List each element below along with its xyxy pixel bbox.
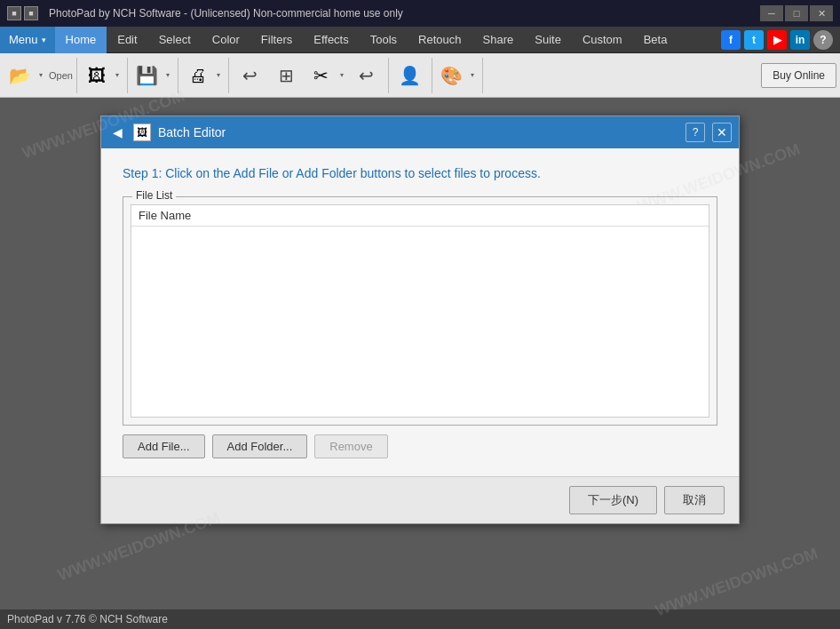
social-icons-area: f t ▶ in ? [721,30,840,50]
palette-main-button[interactable]: 🎨 [436,58,468,93]
menu-label: Menu [9,33,38,46]
app-icon-1: ■ [7,6,21,20]
add-file-button[interactable]: Add File... [123,434,205,458]
menu-dropdown-button[interactable]: Menu ▾ [0,27,55,53]
statusbar: PhotoPad v 7.76 © NCH Software [0,609,840,629]
crop-arrow-button[interactable]: ▾ [337,58,348,93]
app-title: PhotoPad by NCH Software - (Unlicensed) … [49,7,755,20]
tab-suite[interactable]: Suite [524,27,572,53]
maximize-button[interactable]: □ [785,5,808,21]
titlebar: ■ ■ PhotoPad by NCH Software - (Unlicens… [0,0,840,27]
rotate-icon: ↩ [242,67,258,84]
titlebar-app-icons: ■ ■ [7,6,38,20]
buy-online-button[interactable]: Buy Online [761,63,836,88]
stamp-button[interactable]: 👤 [392,58,428,93]
add-folder-button[interactable]: Add Folder... [212,434,308,458]
file-name-column-header: File Name [131,205,709,227]
tab-select[interactable]: Select [148,27,202,53]
dialog-header: ◀ 🖼 Batch Editor ? ✕ [101,116,739,148]
toolbar-palette-group: 🎨 ▾ [436,58,483,93]
tab-effects[interactable]: Effects [303,27,360,53]
facebook-icon[interactable]: f [721,30,741,50]
youtube-icon[interactable]: ▶ [767,30,787,50]
crop-button-split[interactable]: ✂ ▾ [305,58,348,93]
tab-filters[interactable]: Filters [250,27,303,53]
save-icon: 💾 [136,67,158,84]
tab-beta[interactable]: Beta [633,27,678,53]
dialog-back-button[interactable]: ◀ [108,123,126,141]
dialog-close-button[interactable]: ✕ [712,123,732,142]
crop-main-button[interactable]: ✂ [305,58,337,93]
tab-tools[interactable]: Tools [360,27,408,53]
toolbar-tools-group: 👤 [392,58,432,93]
rotate-button[interactable]: ↩ [233,58,268,93]
palette-arrow-button[interactable]: ▾ [468,58,479,93]
open-button-split[interactable]: 📂 ▾ [4,58,46,93]
action-buttons: Add File... Add Folder... Remove [123,434,717,458]
toolbar-print-group: 🖨 ▾ [182,58,229,93]
save-arrow-button[interactable]: ▾ [163,58,174,93]
dialog-title: Batch Editor [158,125,678,139]
linkedin-icon[interactable]: in [790,30,810,50]
open-main-button[interactable]: 📂 [4,58,36,93]
batch-editor-dialog: ◀ 🖼 Batch Editor ? ✕ Step 1: Click on th… [100,115,740,524]
watermark-4: WWW.WEIDOWN.COM [653,545,820,621]
save-main-button[interactable]: 💾 [131,58,163,93]
undo-button[interactable]: ↩ [349,58,384,93]
remove-button[interactable]: Remove [314,434,387,458]
library-icon: 🖼 [88,67,106,84]
app-icon-2: ■ [24,6,38,20]
tab-home[interactable]: Home [55,27,107,53]
file-list-table-area[interactable]: File Name [131,204,709,418]
library-arrow-button[interactable]: ▾ [113,58,123,93]
menubar: Menu ▾ Home Edit Select Color Filters Ef… [0,27,840,53]
toolbar-save-group: 💾 ▾ [131,58,178,93]
tab-retouch[interactable]: Retouch [408,27,472,53]
toolbar: 📂 ▾ Open 🖼 ▾ 💾 ▾ 🖨 ▾ ↩ [0,53,840,98]
dialog-body: Step 1: Click on the Add File or Add Fol… [101,148,739,476]
resize-button[interactable]: ⊞ [269,58,305,93]
undo-icon: ↩ [359,67,374,84]
tab-share[interactable]: Share [472,27,525,53]
tab-edit[interactable]: Edit [107,27,147,53]
next-button[interactable]: 下一步(N) [569,486,657,514]
open-folder-icon: 📂 [9,67,31,84]
dialog-footer: 下一步(N) 取消 [101,476,739,523]
palette-icon: 🎨 [440,67,463,84]
tab-color[interactable]: Color [202,27,250,53]
file-list-legend: File List [132,189,176,202]
minimize-button[interactable]: ─ [760,5,783,21]
main-area: WWW.WEIDOWN.COM WWW.WEIDOWN.COM WWW.WEID… [0,98,840,609]
toolbar-open-group: 📂 ▾ Open [4,58,77,93]
dialog-icon: 🖼 [133,123,151,141]
crop-icon: ✂ [313,67,329,84]
print-arrow-button[interactable]: ▾ [214,58,225,93]
resize-icon: ⊞ [279,67,294,84]
print-button-split[interactable]: 🖨 ▾ [182,58,225,93]
step-instruction: Step 1: Click on the Add File or Add Fol… [123,166,717,180]
print-main-button[interactable]: 🖨 [182,58,214,93]
toolbar-file-group: 🖼 ▾ [81,58,128,93]
stamp-icon: 👤 [399,67,421,84]
window-controls: ─ □ ✕ [760,5,833,21]
toolbar-edit-group: ↩ ⊞ ✂ ▾ ↩ [233,58,389,93]
file-list-group: File List File Name [123,196,717,426]
library-button-split[interactable]: 🖼 ▾ [81,58,123,93]
library-main-button[interactable]: 🖼 [81,58,113,93]
cancel-button[interactable]: 取消 [664,486,725,514]
save-button-split[interactable]: 💾 ▾ [131,58,174,93]
open-arrow-button[interactable]: ▾ [36,58,46,93]
open-label: Open [47,70,73,81]
palette-button-split[interactable]: 🎨 ▾ [436,58,479,93]
statusbar-text: PhotoPad v 7.76 © NCH Software [7,613,168,625]
close-button[interactable]: ✕ [810,5,833,21]
tab-custom[interactable]: Custom [572,27,633,53]
menu-arrow: ▾ [42,36,46,44]
help-icon[interactable]: ? [813,30,833,50]
print-icon: 🖨 [189,67,207,84]
dialog-help-button[interactable]: ? [685,123,705,142]
twitter-icon[interactable]: t [744,30,764,50]
